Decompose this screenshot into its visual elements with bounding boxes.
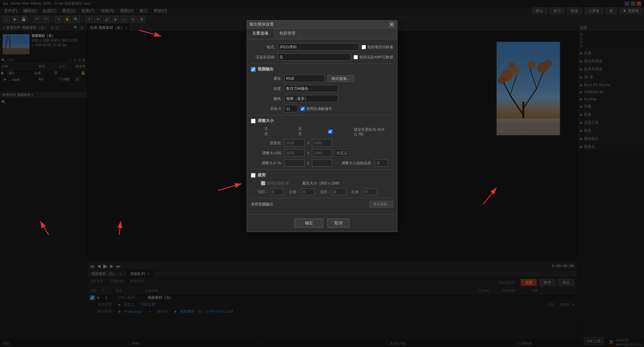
color-select[interactable]: 预乘（遮罩） — [284, 95, 338, 102]
video-output-title: 视频输出 — [258, 66, 274, 72]
render-at-row: 渲染在: x — [251, 139, 393, 147]
modal-tab-main-label: 主要选项 — [252, 31, 268, 36]
start-label: 开始 #: — [258, 106, 284, 111]
channel-row: 通道: RGB RGBA Alpha 格式选项... — [251, 75, 393, 82]
start-input[interactable] — [284, 105, 298, 112]
format-row: 格式: JPEG序列 AVI QuickTime PNG序列 包括项目目标接 — [251, 43, 393, 51]
modal-tab-color[interactable]: 色彩管理 — [274, 28, 301, 39]
use-comp-frame-label: 使用合成帧编号 — [306, 106, 332, 111]
channel-label: 通道: — [258, 76, 284, 81]
format-label: 格式: — [251, 45, 278, 50]
crop-right-input[interactable] — [364, 188, 377, 195]
quality-label: 调整大小后的品质: — [341, 161, 372, 166]
dim-sep-1: x — [307, 140, 309, 145]
modal-title: 输出模块设置 — [250, 21, 274, 27]
quality-input — [375, 159, 388, 167]
video-output-checkbox[interactable] — [251, 67, 256, 72]
crop-left-label: 左侧： — [289, 189, 300, 194]
color-label: 颜色: — [258, 96, 284, 101]
height-header: 高度 — [298, 126, 305, 136]
post-render-row: 渲染后启动: 无 包括渲染XMP元数据 — [251, 53, 393, 61]
render-at-label: 渲染在: — [258, 140, 284, 146]
crop-checkbox[interactable] — [251, 173, 256, 178]
modal-ok-button[interactable]: 确定 — [294, 219, 323, 228]
modal-overlay[interactable]: 输出模块设置 ✕ 主要选项 色彩管理 格式: JPEG序列 AVI QuickT… — [0, 0, 644, 347]
lock-ratio-checkbox[interactable] — [328, 129, 332, 134]
crop-top-label: 顶部： — [258, 189, 269, 194]
max-size-label: 最后大小: 1920 x 1080 — [302, 181, 339, 186]
crop-bottom-input[interactable] — [332, 188, 346, 195]
audio-output-section: 关闭音频输出 格式选项... — [251, 201, 393, 208]
resize-section-header: 调整大小 — [251, 118, 393, 124]
resize-pct-x — [284, 159, 305, 167]
output-module-dialog: 输出模块设置 ✕ 主要选项 色彩管理 格式: JPEG序列 AVI QuickT… — [247, 20, 397, 232]
use-comp-frame-checkbox[interactable] — [301, 107, 305, 111]
color-row: 颜色: 预乘（遮罩） — [251, 95, 393, 102]
xmp-label: 包括渲染XMP元数据 — [359, 55, 393, 60]
crop-top: 顶部： — [258, 188, 283, 195]
resize-to-dims: x 自定义 — [284, 149, 349, 157]
render-at-w — [284, 139, 305, 147]
modal-title-bar: 输出模块设置 ✕ — [247, 20, 397, 28]
resize-preset-select[interactable]: 自定义 — [335, 149, 349, 157]
resize-to-h — [312, 149, 332, 157]
modal-tab-main[interactable]: 主要选项 — [247, 28, 274, 39]
crop-top-input[interactable] — [270, 188, 283, 195]
resize-pct-row: 调整大小 %: x 调整大小后的品质: — [251, 159, 393, 167]
crop-left-input[interactable] — [301, 188, 315, 195]
crop-left: 左侧： — [289, 188, 315, 195]
crop-right: 右侧： — [351, 188, 377, 195]
resize-title: 调整大小 — [258, 118, 274, 124]
lock-ratio-label: 锁定长宽比为 16:9 (1.78) — [354, 127, 393, 136]
crop-title: 裁剪 — [258, 172, 266, 178]
crop-right-label: 右侧： — [351, 189, 362, 194]
width-header: 宽度 — [264, 126, 271, 136]
modal-content: 格式: JPEG序列 AVI QuickTime PNG序列 包括项目目标接 渲… — [247, 39, 397, 214]
use-target-label: 使用目标区域 — [267, 181, 289, 186]
crop-bottom: 底部： — [320, 188, 346, 195]
format-options-btn[interactable]: 格式选项... — [327, 75, 354, 82]
dimensions-header-row: 宽度 高度 锁定长宽比为 16:9 (1.78) — [251, 126, 393, 136]
resize-checkbox[interactable] — [251, 119, 256, 123]
video-output-section-header: 视频输出 — [251, 66, 393, 72]
include-project-label: 包括项目目标接 — [367, 45, 393, 50]
format-select[interactable]: JPEG序列 AVI QuickTime PNG序列 — [278, 43, 359, 51]
crop-values-row: 顶部： 左侧： 底部： 右侧： — [251, 188, 393, 195]
audio-output-label: 关闭音频输出 — [251, 202, 273, 207]
modal-tabs: 主要选项 色彩管理 — [247, 28, 397, 39]
resize-to-w — [284, 149, 305, 157]
resize-to-row: 调整大小到: x 自定义 — [251, 149, 393, 157]
dim-pct-sep: x — [307, 161, 309, 165]
crop-use-target-row: 使用目标区域 最后大小: 1920 x 1080 — [251, 181, 393, 186]
modal-tab-color-label: 色彩管理 — [279, 31, 296, 36]
render-at-dims: x — [284, 139, 332, 147]
resize-pct-y — [312, 159, 332, 167]
audio-format-btn[interactable]: 格式选项... — [370, 201, 393, 208]
modal-cancel-button[interactable]: 取消 — [327, 219, 350, 228]
crop-bottom-label: 底部： — [320, 189, 331, 194]
dim-sep-2: x — [307, 151, 309, 155]
modal-footer: 确定 取消 — [247, 214, 397, 232]
depth-row: 深度: 数百万种颜色 — [251, 85, 393, 92]
resize-pct-dims: x 调整大小后的品质: — [284, 159, 388, 167]
channel-select[interactable]: RGB RGBA Alpha — [284, 75, 325, 82]
post-render-label: 渲染后启动: — [251, 55, 278, 60]
depth-label: 深度: — [258, 86, 284, 91]
crop-section-header: 裁剪 — [251, 172, 393, 178]
post-render-select[interactable]: 无 — [278, 53, 351, 61]
modal-close-button[interactable]: ✕ — [389, 22, 394, 27]
resize-pct-label: 调整大小 %: — [258, 161, 284, 166]
xmp-checkbox[interactable] — [354, 55, 358, 59]
depth-select[interactable]: 数百万种颜色 — [284, 85, 338, 92]
use-target-checkbox[interactable] — [261, 181, 265, 185]
resize-to-label: 调整大小到: — [258, 151, 284, 156]
include-project-checkbox[interactable] — [362, 45, 366, 49]
start-row: 开始 #: 使用合成帧编号 — [251, 105, 393, 112]
render-at-h — [312, 139, 332, 147]
